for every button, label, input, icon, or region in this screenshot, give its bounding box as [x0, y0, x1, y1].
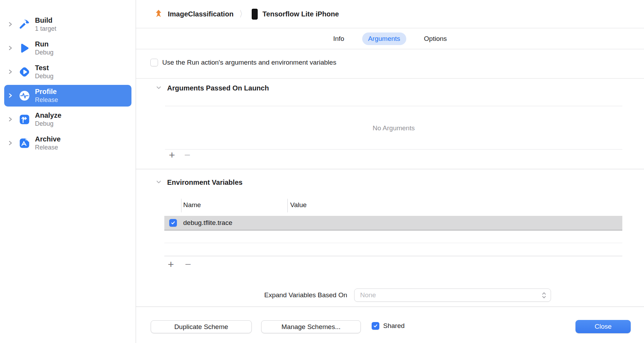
scheme-arrow-icon [154, 9, 163, 19]
use-run-arguments-row: Use the Run action's arguments and envir… [150, 59, 336, 66]
archive-appstore-icon [18, 137, 31, 149]
sidebar-item-archive[interactable]: Archive Release [4, 132, 131, 154]
duplicate-scheme-button[interactable]: Duplicate Scheme [151, 320, 252, 333]
remove-environment-variable-button[interactable]: − [185, 260, 191, 269]
expand-variables-label: Expand Variables Based On [264, 291, 347, 299]
chevron-down-icon[interactable] [156, 85, 162, 92]
sidebar-item-test[interactable]: Test Debug [4, 61, 131, 83]
close-button[interactable]: Close [575, 320, 631, 333]
table-row-divider [164, 243, 622, 243]
use-run-arguments-checkbox[interactable] [150, 59, 158, 66]
scheme-action-label: Build [35, 16, 56, 25]
no-arguments-placeholder: No Arguments [165, 124, 622, 132]
analyze-arrows-icon [18, 113, 31, 126]
sidebar-item-analyze[interactable]: Analyze Debug [4, 109, 131, 130]
test-diamond-icon [18, 66, 31, 78]
scheme-editor-pane: ImageClassification 〉 Tensorflow Lite iP… [136, 0, 644, 343]
hammer-icon [18, 18, 31, 31]
scheme-action-label: Run [35, 40, 53, 49]
arguments-table-top-border [165, 106, 622, 106]
expand-variables-value: None [360, 291, 542, 299]
sidebar-item-run[interactable]: Run Debug [4, 37, 131, 59]
tab-bar: Info Arguments Options [136, 28, 644, 49]
chevron-right-icon[interactable] [8, 45, 13, 52]
chevron-right-icon[interactable] [8, 117, 13, 123]
environment-variable-name[interactable]: debug.tflite.trace [183, 219, 232, 227]
stepper-chevrons-icon [542, 291, 546, 299]
chevron-right-icon[interactable] [8, 93, 13, 100]
breadcrumb-scheme-name[interactable]: ImageClassification [168, 10, 234, 18]
chevron-down-icon[interactable] [156, 179, 162, 187]
add-environment-variable-button[interactable]: + [168, 260, 174, 269]
scheme-action-detail: 1 target [35, 25, 56, 32]
scheme-action-detail: Release [35, 144, 60, 151]
iphone-device-icon [252, 9, 258, 20]
environment-section-header: Environment Variables [156, 178, 243, 187]
remove-argument-button[interactable]: − [184, 150, 191, 160]
shared-checkbox[interactable] [372, 322, 379, 330]
shared-row: Shared [372, 322, 405, 330]
sidebar-item-build[interactable]: Build 1 target [4, 14, 131, 35]
scheme-action-detail: Debug [35, 72, 53, 80]
use-run-arguments-label: Use the Run action's arguments and envir… [162, 59, 336, 66]
arguments-section-title: Arguments Passed On Launch [167, 84, 269, 92]
arguments-table-bottom-border [165, 149, 622, 149]
scheme-action-detail: Debug [35, 49, 53, 56]
add-argument-button[interactable]: + [169, 150, 175, 160]
scheme-action-label: Archive [35, 135, 60, 144]
chevron-right-icon[interactable] [8, 140, 13, 147]
tabbar-divider [136, 49, 644, 49]
manage-schemes-button[interactable]: Manage Schemes... [261, 320, 361, 333]
environment-table-bottom-border [164, 256, 622, 256]
scheme-action-label: Analyze [35, 111, 62, 120]
scheme-action-detail: Release [35, 96, 58, 104]
breadcrumb: ImageClassification 〉 Tensorflow Lite iP… [136, 0, 644, 28]
scheme-sidebar: Build 1 target Run Debug Test Debug Prof… [0, 0, 136, 343]
play-icon [18, 42, 31, 54]
name-column-header: Name [183, 201, 201, 209]
arguments-section-header: Arguments Passed On Launch [156, 84, 269, 92]
footer-divider [136, 306, 644, 307]
breadcrumb-destination-name[interactable]: Tensorflow Lite iPhone [263, 10, 339, 18]
section-divider [136, 78, 644, 79]
value-column-header: Value [290, 201, 307, 209]
column-divider[interactable] [287, 199, 288, 212]
breadcrumb-separator: 〉 [239, 8, 246, 20]
scheme-action-label: Test [35, 64, 53, 72]
sidebar-item-profile[interactable]: Profile Release [4, 85, 131, 107]
section-separator [136, 169, 644, 169]
shared-label: Shared [383, 322, 405, 330]
environment-variable-row[interactable]: debug.tflite.trace [164, 216, 622, 231]
expand-variables-dropdown[interactable]: None [354, 289, 551, 302]
scheme-action-detail: Debug [35, 120, 62, 127]
tab-arguments[interactable]: Arguments [362, 32, 406, 45]
tab-options[interactable]: Options [418, 32, 453, 45]
scheme-action-label: Profile [35, 87, 58, 96]
chevron-right-icon[interactable] [8, 69, 13, 76]
chevron-right-icon[interactable] [8, 22, 13, 28]
profile-pulse-icon [18, 89, 31, 102]
tab-info[interactable]: Info [327, 32, 350, 45]
environment-variable-checkbox[interactable] [169, 219, 177, 227]
environment-section-title: Environment Variables [167, 178, 243, 187]
column-divider [181, 199, 181, 212]
